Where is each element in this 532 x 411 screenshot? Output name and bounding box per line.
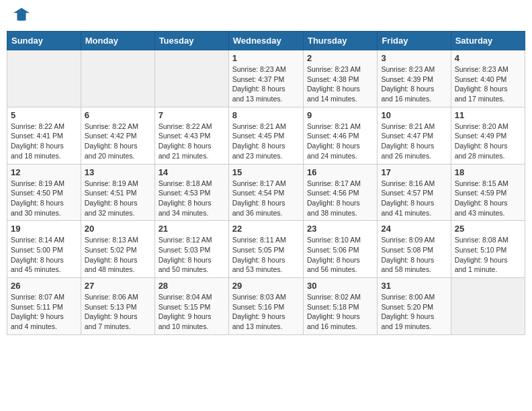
day-number: 15 <box>232 167 300 177</box>
calendar-cell: 13Sunrise: 8:19 AM Sunset: 4:51 PM Dayli… <box>81 164 154 221</box>
calendar-cell <box>154 50 228 107</box>
day-info: Sunrise: 8:13 AM Sunset: 5:02 PM Dayligh… <box>85 235 151 275</box>
page-header <box>7 7 525 26</box>
calendar-cell: 22Sunrise: 8:11 AM Sunset: 5:05 PM Dayli… <box>228 221 303 278</box>
day-info: Sunrise: 8:21 AM Sunset: 4:47 PM Dayligh… <box>381 122 447 161</box>
calendar-cell: 20Sunrise: 8:13 AM Sunset: 5:02 PM Dayli… <box>81 221 154 278</box>
day-number: 17 <box>381 167 447 177</box>
calendar-cell: 19Sunrise: 8:14 AM Sunset: 5:00 PM Dayli… <box>7 221 81 278</box>
calendar-cell: 1Sunrise: 8:23 AM Sunset: 4:37 PM Daylig… <box>228 50 303 107</box>
day-info: Sunrise: 8:12 AM Sunset: 5:03 PM Dayligh… <box>159 235 225 275</box>
day-number: 14 <box>159 167 225 177</box>
day-info: Sunrise: 8:16 AM Sunset: 4:57 PM Dayligh… <box>381 179 447 218</box>
calendar-cell: 3Sunrise: 8:23 AM Sunset: 4:39 PM Daylig… <box>378 50 451 107</box>
day-number: 20 <box>85 224 151 234</box>
day-info: Sunrise: 8:20 AM Sunset: 4:49 PM Dayligh… <box>455 122 521 161</box>
weekday-header-friday: Friday <box>378 32 451 50</box>
day-info: Sunrise: 8:19 AM Sunset: 4:50 PM Dayligh… <box>11 179 77 218</box>
day-info: Sunrise: 8:22 AM Sunset: 4:41 PM Dayligh… <box>11 122 77 161</box>
day-info: Sunrise: 8:23 AM Sunset: 4:39 PM Dayligh… <box>381 64 447 104</box>
day-info: Sunrise: 8:17 AM Sunset: 4:56 PM Dayligh… <box>307 179 373 218</box>
day-number: 6 <box>85 110 151 120</box>
day-info: Sunrise: 8:19 AM Sunset: 4:51 PM Dayligh… <box>85 179 151 218</box>
day-info: Sunrise: 8:09 AM Sunset: 5:08 PM Dayligh… <box>381 235 447 275</box>
weekday-header-tuesday: Tuesday <box>154 32 228 50</box>
day-number: 22 <box>232 224 300 234</box>
calendar-cell: 9Sunrise: 8:21 AM Sunset: 4:46 PM Daylig… <box>303 107 377 164</box>
calendar-cell: 26Sunrise: 8:07 AM Sunset: 5:11 PM Dayli… <box>7 278 81 335</box>
day-number: 18 <box>455 167 521 177</box>
calendar-cell: 31Sunrise: 8:00 AM Sunset: 5:20 PM Dayli… <box>378 278 451 335</box>
day-number: 12 <box>11 167 77 177</box>
day-number: 31 <box>381 281 447 291</box>
calendar-cell: 11Sunrise: 8:20 AM Sunset: 4:49 PM Dayli… <box>451 107 525 164</box>
weekday-header-wednesday: Wednesday <box>228 32 303 50</box>
day-info: Sunrise: 8:17 AM Sunset: 4:54 PM Dayligh… <box>232 179 300 218</box>
calendar-cell: 25Sunrise: 8:08 AM Sunset: 5:10 PM Dayli… <box>451 221 525 278</box>
calendar-cell: 21Sunrise: 8:12 AM Sunset: 5:03 PM Dayli… <box>154 221 228 278</box>
logo-icon <box>12 7 31 26</box>
day-number: 3 <box>381 53 447 63</box>
calendar-week-2: 5Sunrise: 8:22 AM Sunset: 4:41 PM Daylig… <box>7 107 525 164</box>
calendar-cell: 23Sunrise: 8:10 AM Sunset: 5:06 PM Dayli… <box>303 221 377 278</box>
weekday-header-sunday: Sunday <box>7 32 81 50</box>
day-number: 9 <box>307 110 373 120</box>
calendar-cell: 10Sunrise: 8:21 AM Sunset: 4:47 PM Dayli… <box>378 107 451 164</box>
weekday-header-row: SundayMondayTuesdayWednesdayThursdayFrid… <box>7 32 525 50</box>
calendar-cell: 15Sunrise: 8:17 AM Sunset: 4:54 PM Dayli… <box>228 164 303 221</box>
day-number: 28 <box>159 281 225 291</box>
svg-rect-1 <box>18 16 24 21</box>
day-info: Sunrise: 8:03 AM Sunset: 5:16 PM Dayligh… <box>232 292 300 332</box>
logo <box>9 7 31 26</box>
calendar-week-5: 26Sunrise: 8:07 AM Sunset: 5:11 PM Dayli… <box>7 278 525 335</box>
day-number: 21 <box>159 224 225 234</box>
day-info: Sunrise: 8:14 AM Sunset: 5:00 PM Dayligh… <box>11 235 77 275</box>
day-number: 1 <box>232 53 300 63</box>
calendar-cell <box>81 50 154 107</box>
weekday-header-saturday: Saturday <box>451 32 525 50</box>
weekday-header-thursday: Thursday <box>303 32 377 50</box>
weekday-header-monday: Monday <box>81 32 154 50</box>
calendar-cell: 12Sunrise: 8:19 AM Sunset: 4:50 PM Dayli… <box>7 164 81 221</box>
calendar-week-1: 1Sunrise: 8:23 AM Sunset: 4:37 PM Daylig… <box>7 50 525 107</box>
calendar-cell: 16Sunrise: 8:17 AM Sunset: 4:56 PM Dayli… <box>303 164 377 221</box>
day-number: 29 <box>232 281 300 291</box>
calendar-cell: 18Sunrise: 8:15 AM Sunset: 4:59 PM Dayli… <box>451 164 525 221</box>
day-number: 27 <box>85 281 151 291</box>
calendar-cell: 6Sunrise: 8:22 AM Sunset: 4:42 PM Daylig… <box>81 107 154 164</box>
calendar-cell: 17Sunrise: 8:16 AM Sunset: 4:57 PM Dayli… <box>378 164 451 221</box>
day-number: 4 <box>455 53 521 63</box>
calendar-cell: 29Sunrise: 8:03 AM Sunset: 5:16 PM Dayli… <box>228 278 303 335</box>
day-info: Sunrise: 8:08 AM Sunset: 5:10 PM Dayligh… <box>455 235 521 275</box>
calendar-cell: 4Sunrise: 8:23 AM Sunset: 4:40 PM Daylig… <box>451 50 525 107</box>
day-info: Sunrise: 8:11 AM Sunset: 5:05 PM Dayligh… <box>232 235 300 275</box>
calendar-week-4: 19Sunrise: 8:14 AM Sunset: 5:00 PM Dayli… <box>7 221 525 278</box>
day-info: Sunrise: 8:07 AM Sunset: 5:11 PM Dayligh… <box>11 292 77 332</box>
calendar-cell: 5Sunrise: 8:22 AM Sunset: 4:41 PM Daylig… <box>7 107 81 164</box>
day-info: Sunrise: 8:21 AM Sunset: 4:45 PM Dayligh… <box>232 122 300 161</box>
day-number: 30 <box>307 281 373 291</box>
calendar-cell: 2Sunrise: 8:23 AM Sunset: 4:38 PM Daylig… <box>303 50 377 107</box>
day-number: 7 <box>159 110 225 120</box>
day-number: 5 <box>11 110 77 120</box>
day-info: Sunrise: 8:23 AM Sunset: 4:38 PM Dayligh… <box>307 64 373 104</box>
day-info: Sunrise: 8:23 AM Sunset: 4:37 PM Dayligh… <box>232 64 300 104</box>
calendar-cell: 28Sunrise: 8:04 AM Sunset: 5:15 PM Dayli… <box>154 278 228 335</box>
day-number: 10 <box>381 110 447 120</box>
day-info: Sunrise: 8:18 AM Sunset: 4:53 PM Dayligh… <box>159 179 225 218</box>
calendar-table: SundayMondayTuesdayWednesdayThursdayFrid… <box>7 31 525 335</box>
day-info: Sunrise: 8:02 AM Sunset: 5:18 PM Dayligh… <box>307 292 373 332</box>
calendar-cell <box>7 50 81 107</box>
day-number: 25 <box>455 224 521 234</box>
day-info: Sunrise: 8:00 AM Sunset: 5:20 PM Dayligh… <box>381 292 447 332</box>
day-number: 2 <box>307 53 373 63</box>
day-info: Sunrise: 8:22 AM Sunset: 4:42 PM Dayligh… <box>85 122 151 161</box>
day-number: 11 <box>455 110 521 120</box>
calendar-cell: 27Sunrise: 8:06 AM Sunset: 5:13 PM Dayli… <box>81 278 154 335</box>
day-number: 13 <box>85 167 151 177</box>
calendar-cell: 24Sunrise: 8:09 AM Sunset: 5:08 PM Dayli… <box>378 221 451 278</box>
day-info: Sunrise: 8:21 AM Sunset: 4:46 PM Dayligh… <box>307 122 373 161</box>
day-info: Sunrise: 8:15 AM Sunset: 4:59 PM Dayligh… <box>455 179 521 218</box>
day-number: 23 <box>307 224 373 234</box>
calendar-cell: 30Sunrise: 8:02 AM Sunset: 5:18 PM Dayli… <box>303 278 377 335</box>
